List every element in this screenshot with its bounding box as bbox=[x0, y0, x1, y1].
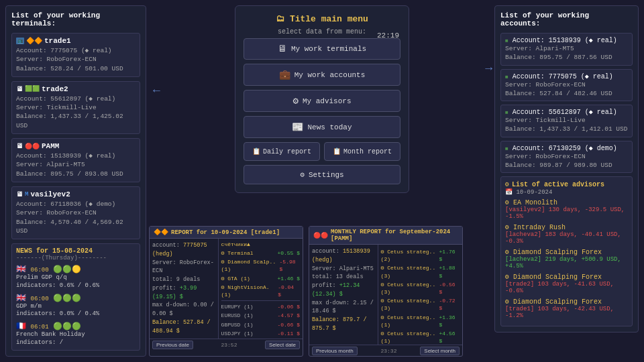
news-item-1: 🇬🇧 06:00 🟢🟢🟡 Prelim GDP q/q indicators: … bbox=[16, 264, 136, 290]
news-item-3: 🇫🇷 06:01 🟢🟢🟢 French Bank Holiday indicat… bbox=[16, 321, 136, 347]
previous-date-button[interactable]: Previous date bbox=[152, 341, 193, 349]
advisor-diamond-3: ⚙️ Diamond Scalping Forex [trade1] 103 d… bbox=[505, 298, 628, 319]
advisors-section: ⚙️ List of active advisors 📅 10-09-2024 … bbox=[500, 176, 633, 326]
right-panel: List of your working accounts: ■ Account… bbox=[494, 5, 639, 333]
right-panel-title: List of your working accounts: bbox=[500, 11, 633, 27]
month-label: Month report bbox=[343, 148, 392, 156]
monthly-report-list: ⚙️ Cetus strateg..(2)+1.76 $ ⚙️ Cetus st… bbox=[378, 245, 462, 345]
month-icon: 📋 bbox=[333, 147, 341, 156]
arrow-right-accounts: → bbox=[485, 62, 492, 75]
advisors-date: 📅 10-09-2024 bbox=[505, 188, 628, 196]
left-panel: List of your working terminals: 📺 🔶🔶 tra… bbox=[5, 5, 146, 357]
terminal-server-pamm: Server: Alpari-MT5 bbox=[16, 160, 136, 169]
news-divider: -------(Thursday)-------- bbox=[16, 255, 136, 261]
advisors-button[interactable]: ⚙️ My advisors bbox=[244, 90, 400, 112]
account-item-4[interactable]: ■ Account: 67130259 (◆ demo) Server: Rob… bbox=[500, 141, 633, 174]
account-item-3[interactable]: ■ Account: 55612897 (◆ real) Server: Tic… bbox=[500, 105, 633, 137]
advisors-label: My advisors bbox=[303, 97, 352, 105]
account-name-4: Account: 67130259 (◆ demo) bbox=[513, 145, 617, 152]
monthly-report-stats: account: 15138939 (hedg) Server: Alpari-… bbox=[309, 245, 378, 345]
accounts-button[interactable]: 💼 My work accounts bbox=[244, 64, 400, 86]
account-item-2[interactable]: ■ Account: 7775075 (◆ real) Server: Robo… bbox=[500, 69, 633, 102]
account-name-1: Account: 15138939 (◆ real) bbox=[513, 37, 617, 44]
monthly-report-header: 🔴🔴 MONTHLY REPORT for September-2024 [PA… bbox=[309, 227, 462, 245]
daily-report-stats: account: 7775075 (hedg) Server: RoboFore… bbox=[150, 239, 219, 339]
terminal-account-trade2: Account: 55612897 (◆ real) bbox=[16, 95, 136, 103]
arrow-left-terminals: ← bbox=[153, 84, 160, 97]
terminal-item-trade2[interactable]: 🖥 🟩🟩 trade2 Account: 55612897 (◆ real) S… bbox=[11, 81, 140, 134]
settings-button[interactable]: ⚙️ Settings bbox=[244, 165, 400, 184]
news-item-2: 🇬🇧 06:00 🟢🟢🟢 GDP m/m indicators: 0.0% / … bbox=[16, 293, 136, 318]
advisor-ea-monolith: ⚙️ EA Monolith [vasilyev2] 130 days, -32… bbox=[505, 198, 628, 220]
terminal-name-trade1: trade1 bbox=[44, 37, 71, 45]
terminal-item-trade1[interactable]: 📺 🔶🔶 trade1 Account: 7775075 (◆ real) Se… bbox=[11, 33, 140, 77]
news-icon: 📰 bbox=[292, 121, 303, 133]
select-month-button[interactable]: Select month bbox=[420, 347, 460, 355]
news-label: News today bbox=[307, 123, 352, 131]
terminals-icon: 🖥 bbox=[278, 44, 287, 54]
settings-label: Settings bbox=[309, 171, 344, 179]
left-panel-title: List of your working terminals: bbox=[11, 11, 140, 27]
settings-icon: ⚙️ bbox=[300, 170, 305, 179]
terminal-server-vasilyev2: Server: RoboForex-ECN bbox=[16, 208, 136, 217]
account-item-1[interactable]: ■ Account: 15138939 (◆ real) Server: Alp… bbox=[500, 33, 633, 66]
daily-icon: 📋 bbox=[252, 147, 260, 156]
month-report-button[interactable]: 📋 Month report bbox=[324, 142, 400, 161]
terminal-account-trade1: Account: 7775075 (◆ real) bbox=[16, 46, 136, 55]
advisors-section-title: List of active advisors bbox=[512, 181, 604, 188]
terminal-name-vasilyev2: vasilyev2 bbox=[30, 190, 70, 198]
report-row: 📋 Daily report 📋 Month report bbox=[244, 142, 400, 161]
select-date-button[interactable]: Select date bbox=[265, 341, 300, 349]
daily-report-list: счётчики▲ ⚙️ Terminal+0.55 $ ⚙️ Diamond … bbox=[219, 239, 303, 339]
daily-label: Daily report bbox=[263, 148, 311, 156]
terminal-item-pamm[interactable]: 🖥 🔴🔴 PAMM Account: 15138939 (◆ real) Ser… bbox=[11, 138, 140, 182]
terminal-balance-vasilyev2: Balance: 4,570.40 / 4,569.02 USD bbox=[16, 218, 136, 236]
terminal-name-trade2: trade2 bbox=[42, 85, 68, 93]
advisor-diamond-1: ⚙️ Diamond Scalping Forex [lacheva2] 219… bbox=[505, 248, 628, 269]
terminal-item-vasilyev2[interactable]: 🖥 M vasilyev2 Account: 67118036 (◆ demo)… bbox=[11, 186, 140, 239]
center-time: 22:19 bbox=[377, 32, 399, 40]
account-name-3: Account: 55612897 (◆ real) bbox=[513, 109, 617, 116]
terminal-account-pamm: Account: 15138939 (◆ real) bbox=[16, 152, 136, 160]
terminal-balance-trade2: Balance: 1,437.33 / 1,425.02 USD bbox=[16, 112, 136, 130]
terminal-balance-pamm: Balance: 895.75 / 893.08 USD bbox=[16, 170, 136, 178]
previous-month-button[interactable]: Previous month bbox=[312, 347, 358, 355]
terminal-account-vasilyev2: Account: 67118036 (◆ demo) bbox=[16, 200, 136, 208]
news-button[interactable]: 📰 News today bbox=[244, 116, 400, 138]
advisors-icon: ⚙️ bbox=[292, 95, 298, 107]
terminal-name-pamm: PAMM bbox=[42, 142, 59, 150]
daily-report-button[interactable]: 📋 Daily report bbox=[244, 142, 320, 161]
accounts-label: My work accounts bbox=[294, 71, 366, 79]
account-name-2: Account: 7775075 (◆ real) bbox=[513, 73, 613, 80]
terminals-button[interactable]: 🖥 My work terminals bbox=[244, 38, 400, 60]
terminal-balance-trade1: Balance: 528.24 / 501.00 USD bbox=[16, 64, 136, 73]
advisor-diamond-2: ⚙️ Diamond Scalping Forex [trade2] 103 d… bbox=[505, 273, 628, 294]
news-title: NEWS for 15-08-2024 bbox=[16, 247, 136, 255]
advisor-intraday-rush: ⚙️ Intraday Rush [lacheva2] 183 days, -4… bbox=[505, 223, 628, 245]
news-section: NEWS for 15-08-2024 -------(Thursday)---… bbox=[11, 243, 140, 351]
center-title: 🗂 Title main menu bbox=[244, 14, 400, 24]
terminals-label: My work terminals bbox=[291, 45, 366, 53]
daily-report-header: 🔶🔶 REPORT for 10-09-2024 [trade1] bbox=[150, 227, 303, 239]
center-panel: 🗂 Title main menu select data from menu:… bbox=[235, 5, 409, 193]
terminal-server-trade2: Server: Tickmill-Live bbox=[16, 103, 136, 112]
accounts-icon: 💼 bbox=[279, 69, 290, 80]
terminal-server-trade1: Server: RoboForex-ECN bbox=[16, 55, 136, 64]
monthly-report-panel: 🔴🔴 MONTHLY REPORT for September-2024 [PA… bbox=[309, 226, 463, 357]
daily-report-panel: 🔶🔶 REPORT for 10-09-2024 [trade1] accoun… bbox=[149, 226, 303, 357]
